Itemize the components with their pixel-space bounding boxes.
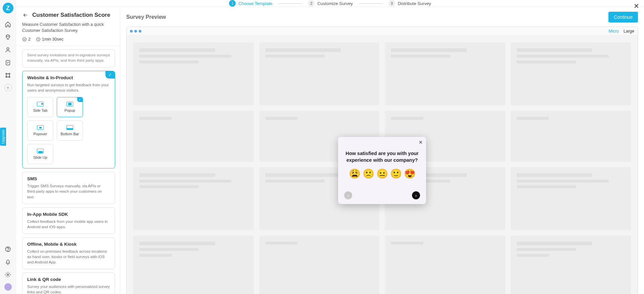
step-distribute-survey[interactable]: 3 Distribute Survey xyxy=(388,0,431,7)
bottombar-icon xyxy=(66,125,73,130)
upgrade-tab[interactable]: Upgrade xyxy=(0,128,6,146)
channel-offline[interactable]: Offline, Mobile & Kiosk Collect on-premi… xyxy=(22,237,115,269)
step-label-2: Customize Survey xyxy=(317,1,353,6)
emoji-5[interactable]: 😍 xyxy=(404,168,416,179)
user-icon[interactable] xyxy=(4,46,12,54)
svg-point-12 xyxy=(23,38,27,41)
step-divider xyxy=(359,3,382,4)
step-divider xyxy=(278,3,302,4)
mock-card xyxy=(259,42,380,105)
subopt-label: Bottom Bar xyxy=(60,132,79,136)
emoji-2[interactable]: 🙁 xyxy=(363,168,374,179)
subopt-label: Popup xyxy=(64,108,75,112)
size-micro[interactable]: Micro xyxy=(608,29,619,34)
popup-next-icon[interactable]: › xyxy=(412,191,420,199)
mock-card xyxy=(133,167,254,230)
check-icon: ✓ xyxy=(105,71,115,79)
channel-desc: Run targeted surveys to get feedback fro… xyxy=(27,82,110,93)
mock-card xyxy=(511,236,631,294)
emoji-3[interactable]: 😐 xyxy=(376,168,388,179)
channel-title: Offline, Mobile & Kiosk xyxy=(27,242,110,247)
mock-card xyxy=(259,236,380,294)
help-icon[interactable] xyxy=(4,245,12,253)
svg-point-2 xyxy=(8,36,9,37)
channel-email-truncated[interactable]: Send survey invitations and in-signature… xyxy=(22,49,115,67)
step-num-2: 2 xyxy=(308,0,315,7)
mock-card xyxy=(133,42,254,105)
step-customize-survey[interactable]: 2 Customize Survey xyxy=(308,0,353,7)
svg-point-6 xyxy=(9,73,10,74)
icon-rail: Z + xyxy=(0,0,16,294)
feedback-icon[interactable] xyxy=(4,33,12,41)
mock-card xyxy=(511,111,631,162)
avatar[interactable] xyxy=(4,283,12,291)
channel-desc: Collect on-premises feedback across loca… xyxy=(27,249,110,265)
step-label-3: Distribute Survey xyxy=(398,1,431,6)
popover-icon xyxy=(37,125,44,130)
svg-point-7 xyxy=(6,76,7,77)
popup-icon xyxy=(66,102,73,106)
add-button[interactable]: + xyxy=(4,84,12,91)
svg-point-1 xyxy=(7,36,7,37)
duration: 1min 30sec xyxy=(36,37,63,42)
channel-sdk[interactable]: In-App Mobile SDK Collect feedback from … xyxy=(22,207,115,234)
mock-card xyxy=(133,236,254,294)
bell-icon[interactable] xyxy=(4,258,12,266)
subopt-label: Popover xyxy=(34,132,47,136)
settings-icon[interactable] xyxy=(4,271,12,279)
sidebar-description: Measure Customer Satisfaction with a qui… xyxy=(22,22,114,34)
subopt-bottombar[interactable]: Bottom Bar xyxy=(57,120,83,141)
channel-title: In-App Mobile SDK xyxy=(27,212,110,217)
close-icon[interactable]: ✕ xyxy=(634,2,639,10)
mock-card xyxy=(385,42,505,105)
svg-point-3 xyxy=(7,48,9,50)
question-count: 2 xyxy=(22,37,31,42)
clipboard-icon[interactable] xyxy=(4,58,12,66)
survey-popup: ✕ How satisfied are you with your experi… xyxy=(338,137,426,204)
subopt-popup[interactable]: ✓ Popup xyxy=(57,97,83,117)
channel-website[interactable]: ✓ Website & In-Product Run targeted surv… xyxy=(22,71,115,168)
step-choose-template[interactable]: 1 Choose Template xyxy=(229,0,272,7)
step-label-1: Choose Template xyxy=(238,1,272,6)
channel-link[interactable]: Link & QR code Survey your audiences wit… xyxy=(22,273,115,294)
svg-point-0 xyxy=(6,35,10,38)
home-icon[interactable] xyxy=(4,20,12,28)
channel-desc: Survey your audiences with personalized … xyxy=(27,284,110,294)
subopt-sidetab[interactable]: Side Tab xyxy=(27,97,53,117)
continue-button[interactable]: Continue xyxy=(608,12,638,22)
size-large[interactable]: Large xyxy=(624,29,634,34)
app-logo[interactable]: Z xyxy=(3,3,13,13)
step-num-1: 1 xyxy=(229,0,236,7)
channel-desc: Trigger SMS Surveys manually, via APIs o… xyxy=(27,183,110,199)
preview-title: Survey Preview xyxy=(126,14,166,20)
mock-card xyxy=(385,236,505,294)
flow-icon[interactable] xyxy=(4,71,12,79)
subopt-label: Side Tab xyxy=(33,108,48,112)
channel-sms[interactable]: SMS Trigger SMS Surveys manually, via AP… xyxy=(22,172,115,204)
browser-frame: Micro Large xyxy=(126,27,638,294)
sidetab-icon xyxy=(37,102,44,106)
channel-title: SMS xyxy=(27,176,110,181)
subopt-label: Slide Up xyxy=(33,155,47,159)
channel-title: Link & QR code xyxy=(27,277,110,282)
channel-desc: Send survey invitations and in-signature… xyxy=(27,52,110,63)
mock-card xyxy=(133,111,254,162)
popup-close-icon[interactable]: ✕ xyxy=(419,140,423,145)
emoji-1[interactable]: 😩 xyxy=(349,168,361,179)
slideup-icon xyxy=(37,149,44,153)
emoji-4[interactable]: 🙂 xyxy=(390,168,402,179)
mock-card xyxy=(511,167,631,230)
channel-desc: Collect feedback from your mobile app us… xyxy=(27,219,110,230)
svg-point-10 xyxy=(8,250,8,251)
popup-prev-icon[interactable]: ‹ xyxy=(344,191,352,199)
svg-point-11 xyxy=(7,274,9,276)
topbar: 1 Choose Template 2 Customize Survey 3 D… xyxy=(16,0,644,7)
channel-title: Website & In-Product xyxy=(27,75,110,80)
svg-point-5 xyxy=(6,73,7,74)
subopt-popover[interactable]: Popover xyxy=(27,120,53,141)
window-dots xyxy=(130,30,141,33)
preview-area: Survey Preview Continue Micro Large xyxy=(120,7,644,294)
subopt-slideup[interactable]: Slide Up xyxy=(27,144,53,164)
mock-card xyxy=(511,42,631,105)
back-arrow-icon[interactable] xyxy=(22,12,29,18)
